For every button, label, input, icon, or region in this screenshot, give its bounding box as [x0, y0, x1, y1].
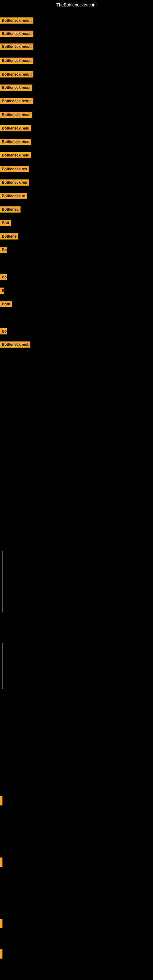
bottleneck-badge-18: Bo: [0, 247, 7, 253]
bottleneck-badge-8: Bottleneck resul: [0, 112, 32, 118]
bottleneck-badge-16: Bott: [0, 220, 11, 226]
bottleneck-badge-5: Bottleneck result: [0, 72, 33, 78]
bottleneck-badge-13: Bottleneck res: [0, 180, 29, 186]
bottleneck-badge-23: Bottleneck rest: [0, 342, 30, 348]
marker-3: [0, 950, 2, 959]
bottleneck-badge-3: Bottleneck result: [0, 43, 33, 49]
bottleneck-badge-9: Bottleneck resu: [0, 125, 31, 131]
bottleneck-badge-2: Bottleneck result: [0, 30, 33, 37]
bottleneck-badge-7: Bottleneck result: [0, 98, 33, 104]
bottleneck-badge-14: Bottleneck re: [0, 193, 27, 199]
site-title: TheBottlenecker.com: [56, 2, 97, 7]
bottleneck-badge-6: Bottleneck resul: [0, 84, 32, 91]
marker-0: [0, 796, 2, 805]
marker-2: [0, 919, 2, 928]
bottleneck-badge-10: Bottleneck resu: [0, 139, 31, 145]
bottleneck-badge-12: Bottleneck res: [0, 166, 29, 172]
bottleneck-badge-1: Bottleneck result: [0, 18, 33, 24]
bottleneck-badge-17: Bottlene: [0, 233, 18, 240]
vertical-line-1: [2, 551, 3, 612]
marker-1: [0, 858, 2, 867]
vertical-line-2: [2, 643, 3, 689]
bottleneck-badge-11: Bottleneck resu: [0, 152, 31, 158]
bottleneck-badge-22: Bo: [0, 328, 7, 334]
bottleneck-badge-20: B: [0, 288, 4, 294]
bottleneck-badge-19: Bo: [0, 274, 7, 280]
bottleneck-badge-15: Bottlenec: [0, 207, 21, 213]
bottleneck-badge-4: Bottleneck result: [0, 57, 33, 64]
bottleneck-badge-21: Bottl: [0, 301, 12, 307]
